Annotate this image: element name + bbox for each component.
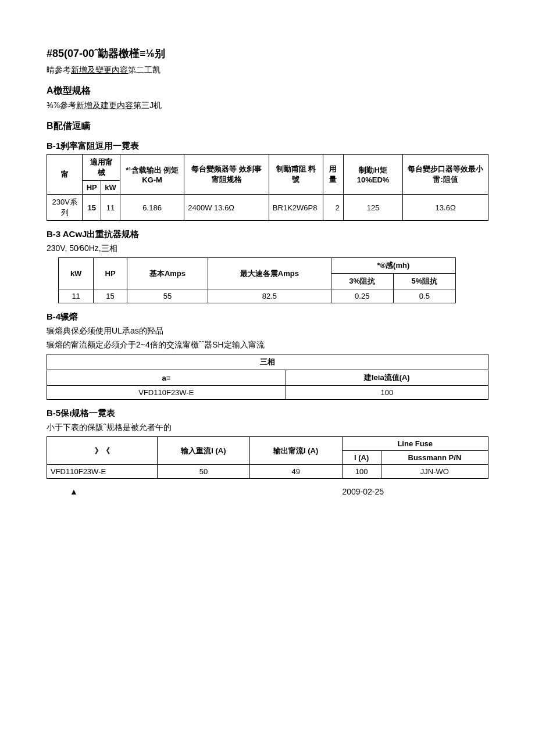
section-a-title: A檄型规格 bbox=[47, 85, 488, 97]
th-min-res: 每台變步口器等效最小 雷:阻值 bbox=[403, 155, 488, 195]
th-bussmann: Bussmann P/N bbox=[381, 451, 488, 465]
th-max-amps: 最大速各震Amps bbox=[208, 258, 331, 289]
section-b1-title: B-1刹率富阻逗用一霓表 bbox=[47, 141, 488, 152]
section-b4-title: B-4辗熔 bbox=[47, 311, 488, 323]
cell-brake-torque: 125 bbox=[343, 195, 402, 221]
th-qty: 用量 bbox=[323, 155, 343, 195]
th-brake-torque: 制勤H矩10%ED% bbox=[343, 155, 402, 195]
th-applicable: 適用甯械 bbox=[83, 155, 120, 181]
table-row: 三相 bbox=[47, 354, 488, 370]
section-b-title: B配借逗瞒 bbox=[47, 120, 488, 132]
b4-p1: 辗熔典保必须使用UL承as的羟品 bbox=[47, 326, 488, 336]
ref-suffix: 第三J机 bbox=[133, 101, 162, 110]
table-b3: kW HP 基本Amps 最大速各震Amps *®感(mh) 3%阻抗 5%阻抗… bbox=[58, 257, 456, 303]
th-3pct: 3%阻抗 bbox=[331, 274, 393, 289]
cell-brake-spec: 2400W 13.6Ω bbox=[184, 195, 269, 221]
th-brake-spec: 每台變频器等 效刹事甯阻规格 bbox=[184, 155, 269, 195]
footer-date: 2009-02-25 bbox=[342, 487, 384, 496]
table-row: VFD110F23W-E 100 bbox=[47, 386, 488, 400]
cell-part-no: BR1K2W6P8 bbox=[269, 195, 323, 221]
th-rec-current: 建Ieia流值(A) bbox=[286, 370, 488, 386]
table-b1: 甯 適用甯械 *¹含载输出 例矩KG-M 每台變频器等 效刹事甯阻规格 制勤甫阻… bbox=[47, 154, 488, 221]
cell-3pct: 0.25 bbox=[331, 289, 393, 303]
triangle-up-icon: ▲ bbox=[70, 487, 78, 496]
th-device: 甯 bbox=[47, 155, 83, 195]
cell-series: 230V系列 bbox=[47, 195, 83, 221]
cell-input-current: 50 bbox=[158, 465, 250, 479]
th-kw: kW bbox=[101, 181, 120, 195]
table-b5: 》《 输入重流I (A) 输出甯流I (A) Line Fuse I (A) B… bbox=[47, 436, 488, 479]
table-row: 》《 输入重流I (A) 输出甯流I (A) Line Fuse bbox=[47, 437, 488, 451]
b4-p2: 辗熔的甯流额定必须介于2~4倍的交流甯檄ˆˆ器SH定输入甯流 bbox=[47, 340, 488, 350]
cell-kw: 11 bbox=[101, 195, 120, 221]
cell-ia: 100 bbox=[342, 465, 381, 479]
section-a-ref: ⅜⅞參考新增及建更内容第三J机 bbox=[47, 101, 488, 111]
cell-bussmann: JJN-WO bbox=[381, 465, 488, 479]
ref-link: 新增及變更內容 bbox=[71, 65, 128, 74]
ref-prefix: 晴參考 bbox=[47, 65, 71, 74]
cell-5pct: 0.5 bbox=[393, 289, 455, 303]
th-hp: HP bbox=[94, 258, 127, 289]
table-row: a≡ 建Ieia流值(A) bbox=[47, 370, 488, 386]
th-model: a≡ bbox=[47, 370, 286, 386]
ref-suffix: 第二工凯 bbox=[128, 65, 160, 74]
cell-hp: 15 bbox=[94, 289, 127, 303]
th-input-current: 输入重流I (A) bbox=[158, 437, 250, 465]
th-part-no: 制勤甫阻 料號 bbox=[269, 155, 323, 195]
table-row: 230V系列 15 11 6.186 2400W 13.6Ω BR1K2W6P8… bbox=[47, 195, 488, 221]
th-5pct: 5%阻抗 bbox=[393, 274, 455, 289]
section-85-title: #85(07-00ˆ勤器檄槿≡⅛别 bbox=[47, 46, 488, 60]
table-row: VFD110F23W-E 50 49 100 JJN-WO bbox=[47, 465, 488, 479]
th-line-fuse: Line Fuse bbox=[342, 437, 488, 451]
table-row: 11 15 55 82.5 0.25 0.5 bbox=[59, 289, 456, 303]
th-three-phase: 三相 bbox=[47, 354, 488, 370]
cell-base-amps: 55 bbox=[127, 289, 208, 303]
ref-prefix: ⅜⅞參考 bbox=[47, 101, 76, 110]
section-85-ref: 晴參考新增及變更內容第二工凯 bbox=[47, 65, 488, 76]
table-row: 甯 適用甯械 *¹含载输出 例矩KG-M 每台變频器等 效刹事甯阻规格 制勤甫阻… bbox=[47, 155, 488, 181]
th-output-current: 输出甯流I (A) bbox=[249, 437, 342, 465]
cell-min-res: 13.6Ω bbox=[403, 195, 488, 221]
th-ia: I (A) bbox=[342, 451, 381, 465]
th-base-amps: 基本Amps bbox=[127, 258, 208, 289]
cell-model: VFD110F23W-E bbox=[47, 386, 286, 400]
th-inductance: *®感(mh) bbox=[331, 258, 455, 274]
th-torque: *¹含载输出 例矩KG-M bbox=[120, 155, 184, 195]
cell-model: VFD110F23W-E bbox=[47, 465, 158, 479]
section-b5-title: B-5保ı规格一霓表 bbox=[47, 408, 488, 419]
th-kw: kW bbox=[59, 258, 94, 289]
cell-torque: 6.186 bbox=[120, 195, 184, 221]
table-b4: 三相 a≡ 建Ieia流值(A) VFD110F23W-E 100 bbox=[47, 354, 488, 400]
cell-qty: 2 bbox=[323, 195, 343, 221]
cell-hp: 15 bbox=[83, 195, 101, 221]
page-footer: ▲ 2009-02-25 bbox=[47, 487, 488, 496]
cell-max-amps: 82.5 bbox=[208, 289, 331, 303]
section-b3-subtitle: 230V, 50⁄60Hz,三相 bbox=[47, 243, 488, 254]
b5-p1: 小于下表的保阪ˆ规格是被允者午的 bbox=[47, 422, 488, 433]
cell-output-current: 49 bbox=[249, 465, 342, 479]
cell-rec-current: 100 bbox=[286, 386, 488, 400]
table-row: kW HP 基本Amps 最大速各震Amps *®感(mh) bbox=[59, 258, 456, 274]
cell-kw: 11 bbox=[59, 289, 94, 303]
th-hp: HP bbox=[83, 181, 101, 195]
section-b3-title: B-3 ACwJ出重抗器规格 bbox=[47, 229, 488, 240]
ref-link: 新增及建更内容 bbox=[76, 101, 133, 110]
th-model: 》《 bbox=[47, 437, 158, 465]
